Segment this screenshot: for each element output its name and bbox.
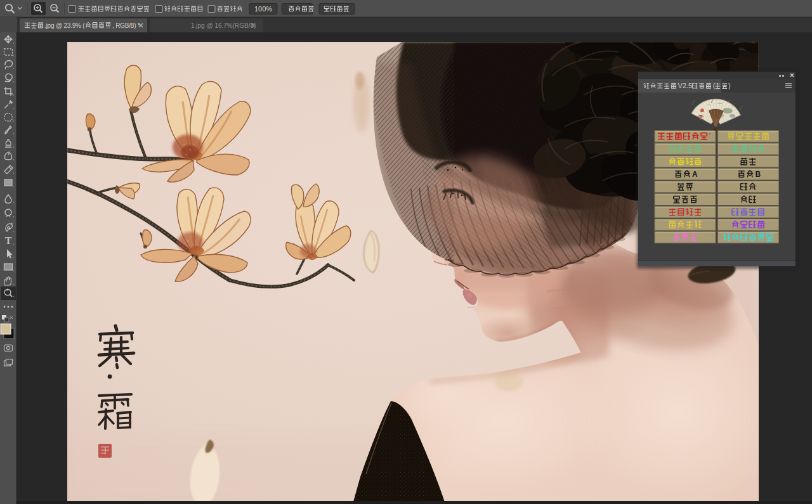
svg-text:): ) xyxy=(728,82,731,89)
svg-text:, RGB/8) *: , RGB/8) * xyxy=(112,22,140,29)
svg-text:1.jpg @ 16.7%(RGB/8): 1.jpg @ 16.7%(RGB/8) xyxy=(191,22,256,29)
svg-text:A: A xyxy=(692,170,698,179)
svg-text:.jpg @ 23.9% (: .jpg @ 23.9% ( xyxy=(44,22,85,29)
svg-text:100%: 100% xyxy=(254,5,272,13)
svg-text:B: B xyxy=(756,170,761,179)
svg-text:': ' xyxy=(709,132,710,138)
svg-text:V2.5: V2.5 xyxy=(678,82,693,89)
svg-text:T: T xyxy=(5,235,12,246)
svg-text:(: ( xyxy=(713,82,716,89)
